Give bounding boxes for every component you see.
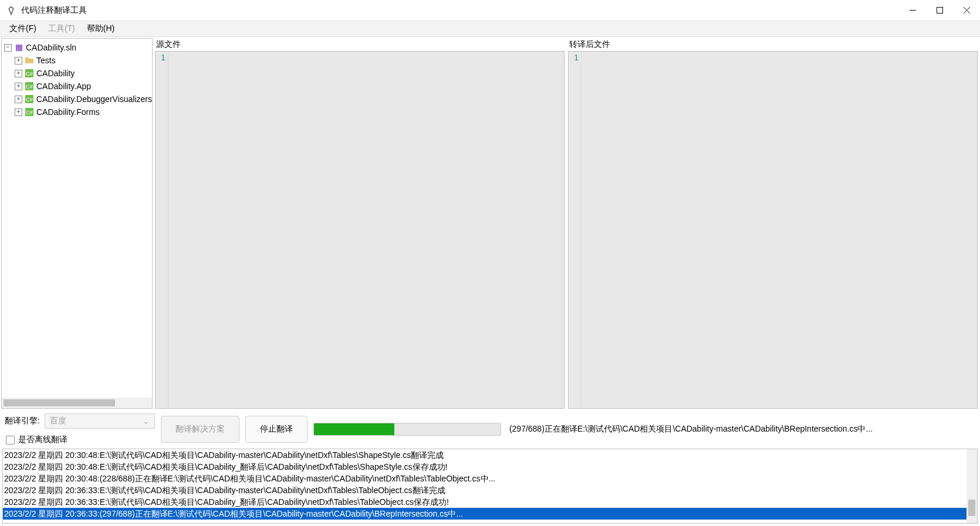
editors-area: 源文件 1 转译后文件 1 <box>154 37 980 410</box>
source-editor[interactable]: 1 <box>155 51 565 409</box>
expand-icon[interactable]: + <box>15 70 22 77</box>
svg-text:C#: C# <box>26 71 33 77</box>
tree-item[interactable]: +Tests <box>4 54 152 67</box>
log-line[interactable]: 2023/2/2 星期四 20:30:48:E:\测试代码\CAD相关项目\CA… <box>3 449 967 461</box>
log-line[interactable]: 2023/2/2 星期四 20:30:48:(228/688)正在翻译E:\测试… <box>3 473 967 484</box>
tree-item-label: CADability.Forms <box>36 107 100 117</box>
log-list[interactable]: 2023/2/2 星期四 20:30:48:E:\测试代码\CAD相关项目\CA… <box>3 449 967 523</box>
log-panel: 2023/2/2 星期四 20:30:48:E:\测试代码\CAD相关项目\CA… <box>2 449 978 524</box>
tree-item[interactable]: +C#CADability.DebuggerVisualizers <box>4 93 152 106</box>
tree-item[interactable]: +C#CADability.App <box>4 80 152 93</box>
svg-text:C#: C# <box>26 110 33 116</box>
expand-icon[interactable]: + <box>15 57 22 65</box>
target-editor-label: 转译后文件 <box>568 38 978 51</box>
tree-item-label: Tests <box>36 56 56 65</box>
tree-horizontal-scrollbar[interactable] <box>2 398 152 408</box>
menu-tools[interactable]: 工具(T) <box>42 22 81 36</box>
status-text: (297/688)正在翻译E:\测试代码\CAD相关项目\CADability-… <box>509 424 975 435</box>
source-gutter: 1 <box>156 52 168 408</box>
offline-checkbox[interactable] <box>6 436 15 444</box>
tree-item[interactable]: +C#CADability <box>4 67 152 80</box>
tree-item-label: CADability <box>36 69 75 78</box>
tree-item-label: CADability.DebuggerVisualizers <box>36 94 152 104</box>
close-button[interactable] <box>953 0 980 21</box>
menu-bar: 文件(F) 工具(T) 帮助(H) <box>0 21 980 37</box>
scrollbar-thumb[interactable] <box>968 500 975 516</box>
source-editor-panel: 源文件 1 <box>155 38 565 409</box>
stop-translate-button[interactable]: 停止翻译 <box>245 416 307 443</box>
tree-item-label: CADability.App <box>36 82 91 91</box>
tree-item[interactable]: +C#CADability.Forms <box>4 106 152 118</box>
control-bar: 翻译引擎: 百度 ⌄ 是否离线翻译 翻译解决方案 停止翻译 (297/688)正… <box>0 410 980 449</box>
tree-root[interactable]: − CADability.sln <box>4 41 152 54</box>
tree-root-label: CADability.sln <box>26 43 76 52</box>
engine-value: 百度 <box>50 416 66 426</box>
offline-label: 是否离线翻译 <box>18 435 67 445</box>
expand-icon[interactable]: + <box>15 83 22 90</box>
minimize-button[interactable] <box>899 0 926 21</box>
main-area: − CADability.sln +Tests+C#CADability+C#C… <box>0 37 980 410</box>
maximize-button[interactable] <box>926 0 953 21</box>
scrollbar-thumb[interactable] <box>4 399 115 406</box>
solution-icon <box>14 43 23 52</box>
svg-text:C#: C# <box>26 84 33 90</box>
expand-icon[interactable]: + <box>15 108 22 116</box>
title-bar: 代码注释翻译工具 <box>0 0 980 21</box>
svg-rect-1 <box>937 8 942 13</box>
progress-bar <box>313 423 501 436</box>
solution-tree[interactable]: − CADability.sln +Tests+C#CADability+C#C… <box>2 39 152 398</box>
csharp-project-icon: C# <box>25 69 34 78</box>
menu-help[interactable]: 帮助(H) <box>81 22 120 36</box>
log-line[interactable]: 2023/2/2 星期四 20:36:33:E:\测试代码\CAD相关项目\CA… <box>3 496 967 508</box>
engine-label: 翻译引擎: <box>5 416 40 426</box>
csharp-project-icon: C# <box>25 107 34 117</box>
menu-file[interactable]: 文件(F) <box>4 22 42 36</box>
log-line[interactable]: 2023/2/2 星期四 20:36:33:(297/688)正在翻译E:\测试… <box>3 508 967 520</box>
target-gutter: 1 <box>569 52 582 408</box>
folder-icon <box>25 56 34 65</box>
translate-solution-button: 翻译解决方案 <box>161 416 239 443</box>
engine-combobox[interactable]: 百度 ⌄ <box>45 413 155 429</box>
log-scrollbar[interactable] <box>967 449 977 523</box>
window-title: 代码注释翻译工具 <box>21 5 87 16</box>
csharp-project-icon: C# <box>25 82 34 91</box>
target-editor[interactable]: 1 <box>568 51 978 409</box>
solution-tree-panel: − CADability.sln +Tests+C#CADability+C#C… <box>1 38 153 409</box>
target-editor-panel: 转译后文件 1 <box>568 38 978 409</box>
chevron-down-icon: ⌄ <box>143 416 150 426</box>
collapse-icon[interactable]: − <box>4 44 12 52</box>
log-line[interactable]: 2023/2/2 星期四 20:30:48:E:\测试代码\CAD相关项目\CA… <box>3 461 967 473</box>
app-icon <box>6 5 16 16</box>
source-editor-body[interactable] <box>168 52 564 408</box>
svg-text:C#: C# <box>26 97 32 103</box>
target-editor-body[interactable] <box>582 52 977 408</box>
source-editor-label: 源文件 <box>155 38 565 51</box>
log-line[interactable]: 2023/2/2 星期四 20:36:33:E:\测试代码\CAD相关项目\CA… <box>3 484 967 496</box>
progress-fill <box>314 423 394 435</box>
svg-rect-4 <box>15 44 22 50</box>
expand-icon[interactable]: + <box>15 96 22 103</box>
csharp-project-icon: C# <box>25 94 34 104</box>
